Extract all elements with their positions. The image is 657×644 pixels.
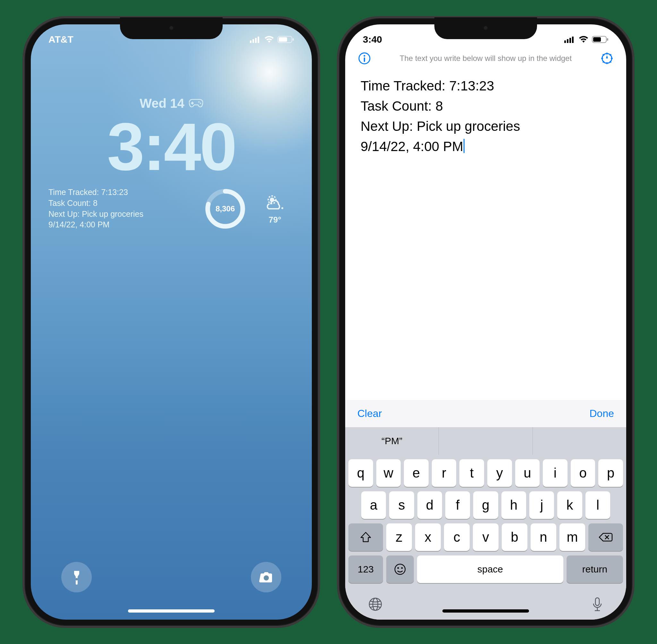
- activity-ring-widget[interactable]: 8,306: [204, 188, 246, 230]
- flashlight-button[interactable]: [61, 562, 92, 592]
- clear-button[interactable]: Clear: [357, 408, 382, 419]
- editor-line: 9/14/22, 4:00 PM: [361, 136, 611, 157]
- svg-rect-1: [252, 39, 254, 43]
- editor-line: Task Count: 8: [361, 96, 611, 116]
- key-t[interactable]: t: [459, 459, 484, 487]
- editor-line: Time Tracked: 7:13:23: [361, 76, 611, 96]
- key-e[interactable]: e: [404, 459, 429, 487]
- emoji-key[interactable]: [386, 555, 414, 583]
- svg-rect-18: [564, 40, 566, 43]
- svg-rect-5: [279, 37, 287, 42]
- key-b[interactable]: b: [502, 523, 527, 551]
- header-hint: The text you write below will show up in…: [371, 54, 600, 63]
- text-widget-line: 9/14/22, 4:00 PM: [48, 220, 195, 230]
- text-widget-line: Task Count: 8: [48, 198, 195, 209]
- key-o[interactable]: o: [571, 459, 595, 487]
- info-button[interactable]: [357, 51, 371, 65]
- suggestion[interactable]: “PM”: [345, 427, 439, 455]
- key-z[interactable]: z: [386, 523, 412, 551]
- key-j[interactable]: j: [529, 491, 554, 519]
- svg-rect-21: [572, 37, 573, 43]
- key-p[interactable]: p: [598, 459, 623, 487]
- svg-point-7: [198, 101, 200, 102]
- text-widget[interactable]: Time Tracked: 7:13:23 Task Count: 8 Next…: [48, 187, 195, 230]
- svg-rect-3: [257, 37, 259, 43]
- key-a[interactable]: a: [361, 491, 386, 519]
- key-c[interactable]: c: [444, 523, 470, 551]
- editor-line: Next Up: Pick up groceries: [361, 116, 611, 136]
- key-r[interactable]: r: [432, 459, 456, 487]
- text-cursor: [463, 139, 465, 153]
- svg-point-26: [364, 55, 365, 57]
- weather-icon: [264, 193, 286, 213]
- weather-widget[interactable]: 79°: [256, 193, 294, 225]
- keyboard-row: 123 space return: [348, 555, 623, 583]
- temperature: 79°: [269, 215, 281, 225]
- key-d[interactable]: d: [417, 491, 442, 519]
- svg-rect-6: [293, 38, 294, 41]
- return-key[interactable]: return: [567, 555, 623, 583]
- battery-icon: [592, 36, 609, 43]
- text-widget-line: Time Tracked: 7:13:23: [48, 187, 195, 198]
- settings-button[interactable]: [600, 51, 614, 65]
- text-editor[interactable]: Time Tracked: 7:13:23 Task Count: 8 Next…: [345, 74, 626, 400]
- svg-rect-0: [250, 40, 251, 43]
- notch: [434, 17, 537, 39]
- controller-icon: [189, 96, 203, 111]
- key-g[interactable]: g: [473, 491, 498, 519]
- app-header: The text you write below will show up in…: [345, 45, 626, 74]
- app-screen: 3:40 The text you write below will show …: [345, 24, 626, 620]
- key-y[interactable]: y: [487, 459, 512, 487]
- keyboard-suggestions: “PM”: [345, 427, 626, 455]
- svg-rect-23: [593, 37, 601, 42]
- key-i[interactable]: i: [543, 459, 567, 487]
- backspace-key[interactable]: [588, 523, 623, 551]
- carrier-label: AT&T: [48, 34, 73, 45]
- battery-icon: [277, 36, 294, 43]
- key-l[interactable]: l: [586, 491, 610, 519]
- svg-point-39: [401, 567, 403, 569]
- keyboard-row: asdfghjkl: [348, 491, 623, 519]
- svg-rect-20: [569, 38, 571, 43]
- keyboard: qwertyuiop asdfghjkl zxcvbnm 123 space r…: [345, 455, 626, 620]
- suggestion-empty[interactable]: [439, 427, 533, 455]
- svg-rect-10: [191, 102, 194, 104]
- done-button[interactable]: Done: [590, 408, 614, 419]
- home-indicator[interactable]: [128, 610, 214, 613]
- wifi-icon: [264, 36, 274, 43]
- keyboard-accessory: Clear Done: [345, 400, 626, 427]
- numbers-key[interactable]: 123: [348, 555, 383, 583]
- key-x[interactable]: x: [415, 523, 441, 551]
- wifi-icon: [579, 36, 589, 43]
- key-v[interactable]: v: [473, 523, 499, 551]
- svg-point-37: [395, 564, 405, 574]
- widgets-row: Time Tracked: 7:13:23 Task Count: 8 Next…: [31, 181, 312, 230]
- text-widget-line: Next Up: Pick up groceries: [48, 209, 195, 220]
- key-s[interactable]: s: [389, 491, 414, 519]
- svg-point-38: [398, 567, 399, 569]
- key-u[interactable]: u: [515, 459, 540, 487]
- key-f[interactable]: f: [445, 491, 470, 519]
- lock-screen: AT&T Wed 14 3:40 Time Tracked: [31, 24, 312, 620]
- key-m[interactable]: m: [560, 523, 585, 551]
- home-indicator[interactable]: [443, 610, 529, 613]
- lock-bottom-buttons: [31, 562, 312, 592]
- globe-key[interactable]: [368, 597, 383, 613]
- lock-date-row: Wed 14: [31, 96, 312, 111]
- space-key[interactable]: space: [417, 555, 563, 583]
- svg-rect-2: [255, 38, 257, 43]
- svg-point-15: [281, 207, 283, 209]
- suggestion-empty[interactable]: [533, 427, 626, 455]
- dictation-key[interactable]: [591, 597, 604, 613]
- svg-point-8: [200, 102, 201, 104]
- phone-editor: 3:40 The text you write below will show …: [338, 17, 633, 627]
- camera-button[interactable]: [251, 562, 281, 592]
- notch: [120, 17, 223, 39]
- svg-rect-43: [595, 598, 599, 605]
- shift-key[interactable]: [348, 523, 383, 551]
- key-h[interactable]: h: [501, 491, 526, 519]
- key-w[interactable]: w: [376, 459, 401, 487]
- key-q[interactable]: q: [348, 459, 373, 487]
- key-n[interactable]: n: [530, 523, 556, 551]
- key-k[interactable]: k: [557, 491, 582, 519]
